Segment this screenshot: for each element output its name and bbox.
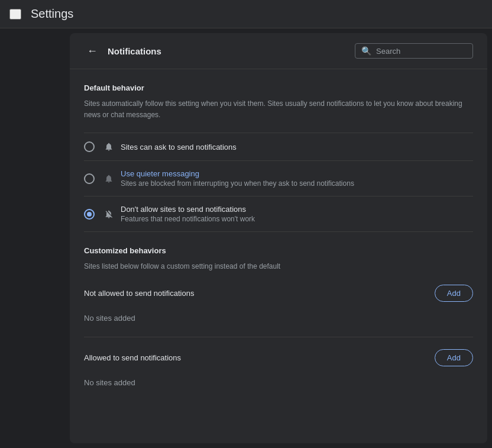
radio-label-block: Don't allow sites to send notifications — [121, 205, 255, 214]
search-input[interactable] — [376, 47, 467, 56]
layout: ← Notifications 🔍 Default behavior Sites… — [0, 28, 492, 448]
not-allowed-add-button[interactable]: Add — [435, 285, 473, 302]
allowed-add-button[interactable]: Add — [435, 349, 473, 366]
bell-icon — [104, 142, 114, 152]
not-allowed-empty: No sites added — [84, 309, 473, 337]
sidebar — [0, 28, 70, 448]
radio-option-block[interactable]: Don't allow sites to send notifications … — [84, 196, 473, 232]
allowed-label: Allowed to send notifications — [84, 353, 181, 362]
back-arrow-icon: ← — [87, 46, 98, 56]
radio-options: Sites can ask to send notifications Use … — [84, 133, 473, 232]
radio-input-ask[interactable] — [84, 141, 95, 152]
radio-text-ask: Sites can ask to send notifications — [121, 143, 237, 152]
allowed-row: Allowed to send notifications Add — [84, 349, 473, 366]
header-left: ← Notifications — [84, 43, 161, 59]
radio-text-quiet: Use quieter messaging Sites are blocked … — [121, 169, 354, 188]
customized-desc: Sites listed below follow a custom setti… — [84, 261, 473, 272]
topbar: Settings — [0, 0, 492, 28]
radio-label-ask: Sites can ask to send notifications — [121, 143, 237, 152]
search-icon: 🔍 — [361, 46, 371, 56]
default-behavior-desc: Sites automatically follow this setting … — [84, 98, 473, 121]
default-behavior-title: Default behavior — [84, 83, 473, 92]
section-divider — [84, 337, 473, 337]
radio-text-block: Don't allow sites to send notifications … — [121, 205, 255, 223]
content-header: ← Notifications 🔍 — [70, 33, 487, 69]
radio-option-quiet[interactable]: Use quieter messaging Sites are blocked … — [84, 161, 473, 196]
customized-title: Customized behaviors — [84, 246, 473, 255]
app-title: Settings — [31, 7, 73, 21]
content-body: Default behavior Sites automatically fol… — [70, 69, 487, 415]
page-title: Notifications — [108, 46, 161, 56]
main-content: ← Notifications 🔍 Default behavior Sites… — [70, 33, 487, 443]
bell-quiet-icon — [104, 174, 114, 183]
not-allowed-label: Not allowed to send notifications — [84, 289, 194, 298]
radio-sublabel-block: Features that need notifications won't w… — [121, 215, 255, 223]
customized-behaviors-section: Customized behaviors Sites listed below … — [84, 246, 473, 401]
allowed-empty: No sites added — [84, 373, 473, 401]
radio-input-quiet[interactable] — [84, 173, 95, 184]
radio-label-quiet: Use quieter messaging — [121, 169, 354, 178]
back-button[interactable]: ← — [84, 43, 101, 59]
radio-option-ask[interactable]: Sites can ask to send notifications — [84, 133, 473, 161]
radio-input-block[interactable] — [84, 209, 95, 220]
default-behavior-section: Default behavior Sites automatically fol… — [84, 83, 473, 232]
bell-blocked-icon — [104, 210, 114, 219]
menu-button[interactable] — [9, 9, 21, 20]
not-allowed-row: Not allowed to send notifications Add — [84, 285, 473, 302]
radio-sublabel-quiet: Sites are blocked from interrupting you … — [121, 179, 354, 188]
search-container: 🔍 — [355, 43, 473, 59]
